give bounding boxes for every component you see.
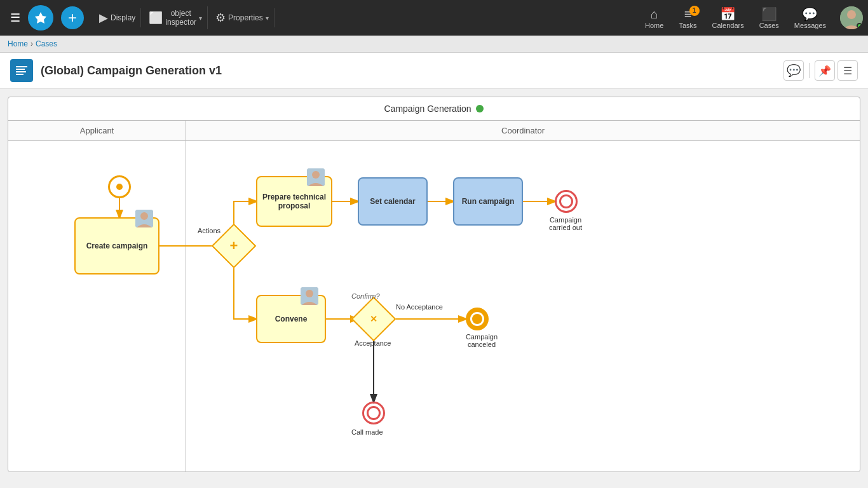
gateway-confirm[interactable]: ✕ xyxy=(358,303,390,335)
svg-point-9 xyxy=(140,212,148,220)
breadcrumb-separator: › xyxy=(31,39,33,48)
display-tool[interactable]: ▶ Display xyxy=(94,8,141,27)
breadcrumb: Home › Cases xyxy=(0,36,868,53)
nav-home[interactable]: ⌂ Home xyxy=(639,4,670,32)
lane-coordinator-header: Coordinator xyxy=(186,121,860,141)
end-event-call-made xyxy=(362,402,385,424)
call-made-label: Call made xyxy=(351,428,383,436)
online-indicator xyxy=(476,105,484,112)
gateway-actions[interactable]: + xyxy=(218,230,250,262)
actions-label: Actions xyxy=(198,227,220,234)
campaign-canceled-label: Campaign canceled xyxy=(453,333,510,348)
task-convene[interactable]: Convene xyxy=(256,295,326,343)
nav-calendars[interactable]: 📅 Calendars xyxy=(706,4,750,32)
svg-rect-4 xyxy=(16,71,26,72)
title-icon xyxy=(10,59,33,82)
task-run-campaign[interactable]: Run campaign xyxy=(453,177,523,226)
task-create-campaign[interactable]: Create campaign xyxy=(74,217,159,274)
confirm-label: Confirm? xyxy=(351,292,380,300)
lane-applicant: Applicant xyxy=(8,121,186,471)
svg-rect-3 xyxy=(16,69,25,70)
title-divider xyxy=(809,63,810,78)
nav-tasks[interactable]: 1 ≡ Tasks xyxy=(672,4,703,32)
object-inspector-tool[interactable]: ⬜ object inspector ▾ xyxy=(144,6,208,29)
hamburger-icon[interactable]: ☰ xyxy=(5,6,25,30)
canvas-area: Campaign Generation Applicant xyxy=(8,97,860,472)
properties-tool[interactable]: ⚙ Properties ▾ xyxy=(210,8,275,27)
breadcrumb-cases[interactable]: Cases xyxy=(36,39,57,48)
nav-messages[interactable]: 💬 Messages xyxy=(788,4,832,32)
start-event[interactable] xyxy=(108,175,131,198)
svg-point-20 xyxy=(306,290,313,297)
no-acceptance-label: No Acceptance xyxy=(396,303,443,311)
list-button[interactable]: ☰ xyxy=(837,60,858,81)
lane-applicant-content: Create campaign xyxy=(8,141,186,471)
top-navigation: ☰ + ▶ Display ⬜ object inspector ▾ ⚙ Pro… xyxy=(0,0,868,36)
end-event-canceled xyxy=(466,308,489,330)
bpmn-lanes: Applicant xyxy=(8,121,860,471)
svg-rect-2 xyxy=(16,66,27,67)
lane-applicant-header: Applicant xyxy=(8,121,186,141)
task-set-calendar[interactable]: Set calendar xyxy=(358,177,428,226)
end-event-carried-out xyxy=(555,190,578,213)
task-prepare-proposal[interactable]: Prepare technical proposal xyxy=(256,176,332,227)
svg-point-1 xyxy=(847,10,856,19)
lane-coordinator-content: + Actions xyxy=(186,141,860,471)
diagram-title: Campaign Generation xyxy=(8,97,860,121)
pin-button[interactable]: 📌 xyxy=(815,60,835,81)
add-button[interactable]: + xyxy=(61,6,84,29)
page-title: (Global) Campaign Generation v1 xyxy=(41,64,776,78)
bpmn-diagram: Campaign Generation Applicant xyxy=(8,97,860,471)
svg-point-18 xyxy=(312,171,320,179)
title-bar: (Global) Campaign Generation v1 💬 📌 ☰ xyxy=(0,53,868,89)
logo xyxy=(28,5,53,30)
comment-button[interactable]: 💬 xyxy=(783,60,804,81)
nav-cases[interactable]: ⬛ Cases xyxy=(753,4,785,32)
user-avatar[interactable] xyxy=(840,6,863,29)
lane-coordinator: Coordinator xyxy=(186,121,860,471)
carried-out-label: Campaign carried out xyxy=(540,216,591,231)
acceptance-label: Acceptance xyxy=(355,339,391,347)
svg-rect-5 xyxy=(16,74,24,75)
breadcrumb-home[interactable]: Home xyxy=(8,39,28,48)
